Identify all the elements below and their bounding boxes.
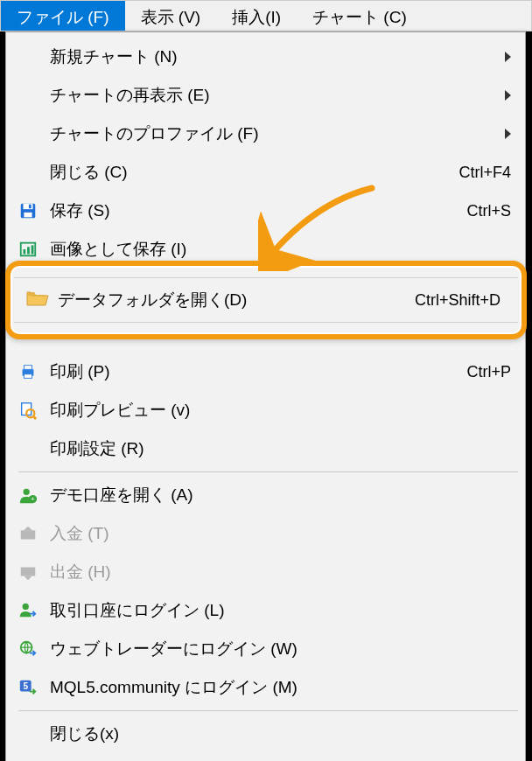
menu-label: 画像として保存 (I) — [50, 238, 511, 261]
menu-label: チャートの再表示 (E) — [50, 84, 498, 107]
svg-rect-18 — [21, 568, 36, 576]
svg-text:5: 5 — [23, 681, 28, 691]
svg-point-19 — [23, 604, 29, 610]
menu-print-setup[interactable]: 印刷設定 (R) — [8, 429, 523, 468]
menu-print[interactable]: 印刷 (P) Ctrl+P — [8, 353, 523, 391]
save-icon — [13, 199, 43, 223]
print-preview-icon — [13, 398, 43, 422]
menu-label: MQL5.community にログイン (M) — [50, 676, 511, 699]
svg-rect-1 — [24, 204, 33, 209]
menu-print-preview[interactable]: 印刷プレビュー (v) — [8, 391, 523, 429]
svg-rect-5 — [24, 249, 26, 255]
menubar-view[interactable]: 表示 (V) — [125, 1, 217, 31]
menu-label: データフォルダを開く(D) — [58, 289, 415, 311]
file-menu-dropdown: 新規チャート (N) チャートの再表示 (E) チャートのプロファイル (F) … — [5, 31, 526, 761]
menu-open-data-folder[interactable]: データフォルダを開く(D) Ctrl+Shift+D — [14, 277, 518, 323]
menu-label: 閉じる(x) — [50, 723, 511, 745]
menu-close[interactable]: 閉じる (C) Ctrl+F4 — [8, 153, 523, 192]
menu-withdraw: 出金 (H) — [8, 553, 523, 591]
web-login-icon — [13, 637, 43, 661]
menu-label: 印刷プレビュー (v) — [50, 399, 511, 422]
svg-rect-10 — [24, 374, 32, 379]
menubar: ファイル (F) 表示 (V) 挿入(I) チャート (C) — [0, 0, 532, 31]
menu-label: 閉じる (C) — [50, 161, 458, 184]
menu-login-webtrader[interactable]: ウェブトレーダーにログイン (W) — [8, 630, 523, 668]
menu-label: チャートのプロファイル (F) — [50, 122, 498, 145]
print-icon — [13, 360, 43, 384]
svg-point-14 — [24, 489, 30, 495]
menu-separator — [18, 471, 518, 472]
folder-open-icon — [26, 289, 49, 312]
login-icon — [13, 598, 43, 623]
menu-label: 印刷設定 (R) — [50, 437, 511, 460]
menu-deposit: 入金 (T) — [8, 514, 523, 553]
svg-text:+: + — [31, 495, 34, 503]
menubar-insert[interactable]: 挿入(I) — [216, 1, 297, 31]
menu-login-mql5[interactable]: 5 MQL5.community にログイン (M) — [8, 668, 523, 707]
menu-label: デモ口座を開く (A) — [50, 484, 511, 506]
withdraw-icon — [13, 560, 43, 584]
deposit-icon — [13, 521, 43, 546]
menu-label: 新規チャート (N) — [50, 45, 498, 68]
menu-new-chart[interactable]: 新規チャート (N) — [8, 38, 523, 76]
menu-shortcut: Ctrl+P — [466, 363, 511, 381]
svg-rect-7 — [32, 245, 34, 254]
svg-line-13 — [33, 416, 36, 419]
menu-label: ウェブトレーダーにログイン (W) — [50, 638, 511, 660]
menu-open-demo-account[interactable]: + デモ口座を開く (A) — [8, 476, 523, 514]
image-icon — [13, 237, 43, 262]
menu-label: 印刷 (P) — [50, 360, 466, 383]
menu-label: 入金 (T) — [50, 522, 511, 545]
menu-shortcut: Ctrl+Shift+D — [415, 291, 500, 310]
menu-shortcut: Ctrl+S — [466, 202, 511, 220]
svg-rect-2 — [24, 213, 32, 218]
submenu-arrow-icon — [505, 90, 511, 101]
menu-shortcut: Ctrl+F4 — [458, 164, 511, 182]
menu-reshow-chart[interactable]: チャートの再表示 (E) — [8, 76, 523, 115]
mql5-icon: 5 — [13, 675, 43, 700]
menu-chart-profile[interactable]: チャートのプロファイル (F) — [8, 115, 523, 153]
menu-close-app[interactable]: 閉じる(x) — [8, 715, 523, 753]
svg-rect-6 — [27, 247, 30, 254]
annotation-highlight-frame: データフォルダを開く(D) Ctrl+Shift+D — [5, 261, 527, 339]
menubar-chart[interactable]: チャート (C) — [297, 1, 423, 31]
menu-label: 出金 (H) — [50, 561, 511, 583]
submenu-arrow-icon — [505, 129, 511, 139]
menu-login-trade-account[interactable]: 取引口座にログイン (L) — [8, 591, 523, 630]
menu-separator — [18, 710, 518, 711]
menubar-file[interactable]: ファイル (F) — [1, 1, 125, 31]
svg-rect-9 — [24, 366, 32, 370]
user-add-icon: + — [13, 483, 43, 507]
menu-save[interactable]: 保存 (S) Ctrl+S — [8, 192, 523, 230]
menu-label: 取引口座にログイン (L) — [50, 599, 511, 622]
svg-rect-17 — [21, 530, 36, 539]
svg-rect-3 — [29, 205, 32, 209]
menu-label: 保存 (S) — [50, 199, 466, 222]
submenu-arrow-icon — [505, 52, 511, 62]
